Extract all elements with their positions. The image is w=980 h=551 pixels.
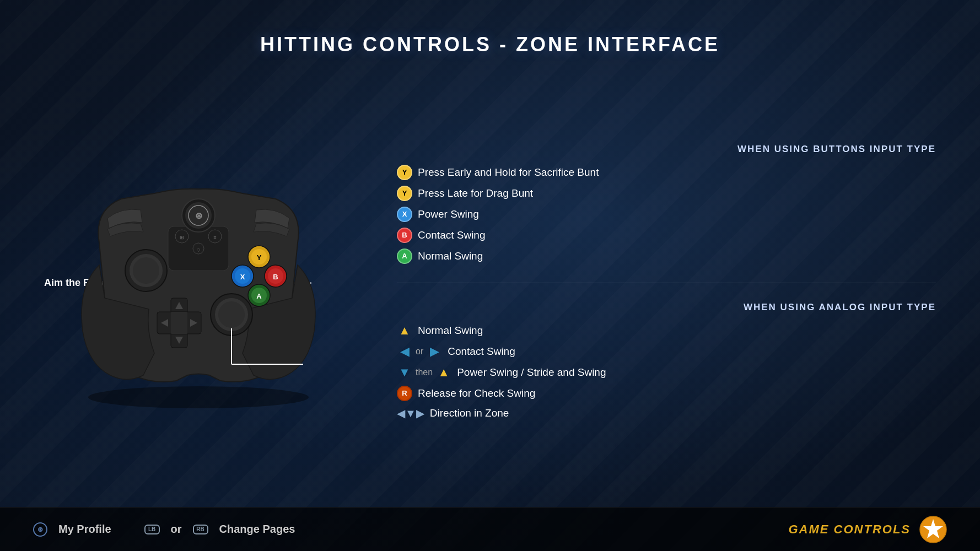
analog-section: WHEN USING ANALOG INPUT TYPE ▲ Normal Sw…: [397, 302, 936, 420]
buttons-section: WHEN USING BUTTONS INPUT TYPE Y Press Ea…: [397, 144, 936, 264]
bottom-bar: ⊛ My Profile LB or RB Change Pages GAME …: [0, 507, 980, 551]
contact-swing-analog-label: Contact Swing: [448, 345, 515, 358]
list-item: R Release for Check Swing: [397, 386, 936, 401]
list-item: Y Press Early and Hold for Sacrifice Bun…: [397, 165, 936, 180]
page-title: HITTING CONTROLS - ZONE INTERFACE: [0, 0, 980, 56]
lb-button-icon: LB: [144, 525, 160, 534]
change-pages-label: Change Pages: [219, 523, 295, 536]
svg-text:B: B: [273, 273, 278, 281]
svg-text:X: X: [240, 273, 245, 281]
y-button-icon-2: Y: [397, 186, 412, 201]
bottom-right: GAME CONTROLS: [788, 516, 947, 543]
list-item: ▼ then ▲ Power Swing / Stride and Swing: [397, 365, 936, 380]
arrows-lr-icon: ◀ or ▶: [397, 344, 442, 359]
list-item: ◀▼ ▶ Direction in Zone: [397, 407, 936, 420]
rb-icon: R: [397, 386, 412, 401]
y-button-icon: Y: [397, 165, 412, 180]
normal-swing-label: Normal Swing: [418, 250, 483, 262]
analog-section-title: WHEN USING ANALOG INPUT TYPE: [397, 302, 936, 313]
arrow-right-icon: ▶: [427, 344, 442, 359]
list-item: ▲ Normal Swing: [397, 323, 936, 338]
buttons-control-list: Y Press Early and Hold for Sacrifice Bun…: [397, 165, 936, 264]
or-text: or: [416, 347, 423, 356]
press-late-label: Press Late for Drag Bunt: [418, 187, 533, 199]
arrow-diag-right: ▶: [416, 407, 424, 420]
svg-text:Y: Y: [257, 253, 262, 262]
list-item: B Contact Swing: [397, 228, 936, 243]
list-item: A Normal Swing: [397, 249, 936, 264]
release-check-label: Release for Check Swing: [418, 387, 535, 399]
power-swing-analog-label: Power Swing / Stride and Swing: [457, 366, 606, 379]
arrow-up-icon-2: ▲: [436, 365, 451, 380]
svg-text:A: A: [256, 292, 262, 300]
press-early-label: Press Early and Hold for Sacrifice Bunt: [418, 166, 599, 179]
then-text: then: [416, 368, 433, 377]
analog-control-list: ▲ Normal Swing ◀ or ▶ Contact Swing: [397, 323, 936, 420]
svg-point-0: [88, 386, 309, 408]
svg-rect-20: [171, 312, 187, 334]
svg-text:⬡: ⬡: [197, 248, 200, 252]
arrows-down-up-icon: ▼ then ▲: [397, 365, 451, 380]
svg-text:⊞: ⊞: [180, 235, 184, 240]
a-button-icon: A: [397, 249, 412, 264]
arrow-diag-left: ◀▼: [397, 407, 416, 420]
profile-button-icon: ⊛: [33, 522, 47, 537]
section-divider: [397, 283, 936, 283]
controller-image: ⊛ ≡ ⊞ ⬡: [44, 144, 353, 419]
list-item: X Power Swing: [397, 207, 936, 222]
list-item: Y Press Late for Drag Bunt: [397, 186, 936, 201]
arrow-down-icon: ▼: [397, 365, 412, 380]
svg-point-17: [218, 301, 245, 328]
game-controls-label: GAME CONTROLS: [788, 522, 911, 537]
arrow-up-icon: ▲: [397, 323, 412, 338]
astros-logo: [919, 516, 947, 543]
direction-zone-label: Direction in Zone: [430, 407, 509, 419]
x-button-icon: X: [397, 207, 412, 222]
svg-text:≡: ≡: [213, 235, 216, 240]
or-label: or: [171, 523, 182, 536]
contact-swing-label: Contact Swing: [418, 229, 486, 241]
b-button-icon: B: [397, 228, 412, 243]
arrows-diag-icon: ◀▼ ▶: [397, 407, 424, 420]
bottom-left: ⊛ My Profile LB or RB Change Pages: [33, 522, 295, 537]
normal-swing-analog-label: Normal Swing: [418, 325, 483, 337]
power-swing-label: Power Swing: [418, 208, 479, 220]
rb-button-icon: RB: [193, 525, 208, 534]
svg-text:⊛: ⊛: [195, 211, 202, 220]
list-item: ◀ or ▶ Contact Swing: [397, 344, 936, 359]
svg-point-14: [133, 257, 159, 284]
buttons-section-title: WHEN USING BUTTONS INPUT TYPE: [397, 144, 936, 155]
my-profile-label: My Profile: [58, 523, 111, 536]
arrow-left-icon: ◀: [397, 344, 412, 359]
right-panels: WHEN USING BUTTONS INPUT TYPE Y Press Ea…: [353, 144, 936, 420]
